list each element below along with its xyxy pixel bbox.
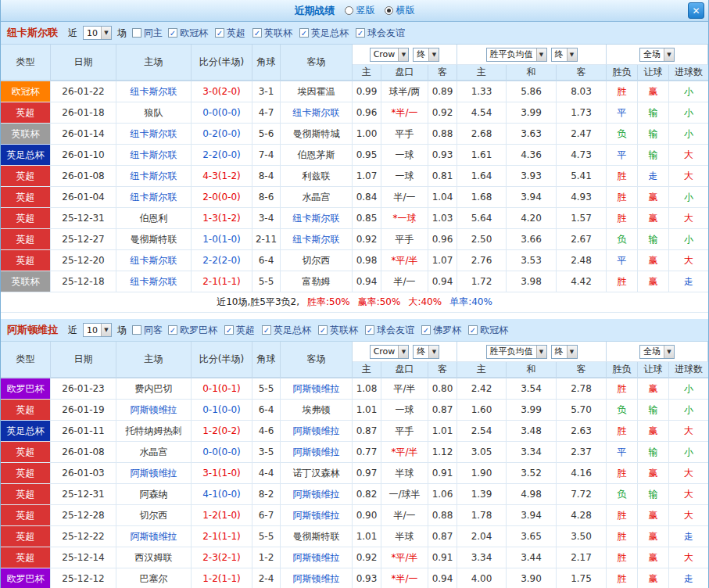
avg-select[interactable]: 胜平负均值 xyxy=(486,48,547,62)
away-team[interactable]: 纽卡斯尔联 xyxy=(281,102,353,124)
cup-checkbox[interactable]: 佛罗杯 xyxy=(421,324,461,337)
result-label: 负 xyxy=(607,124,638,145)
col-header-home: 主场 xyxy=(116,45,192,81)
home-team[interactable]: 水晶宫 xyxy=(116,442,192,463)
away-team[interactable]: 纽卡斯尔联 xyxy=(281,229,353,250)
match-date: 25-12-27 xyxy=(51,229,116,250)
away-team[interactable]: 曼彻斯特城 xyxy=(281,124,353,145)
away-team[interactable]: 富勒姆 xyxy=(281,271,353,292)
table-body-aston-villa: 欧罗巴杯 26-01-23 费内巴切 0-1(0-1) 5-5 阿斯顿维拉 1.… xyxy=(1,378,708,588)
table-row: 英超 25-12-28 切尔西 1-2(1-0) 6-7 阿斯顿维拉 0.90 … xyxy=(1,505,708,526)
close-button[interactable]: ✕ xyxy=(688,2,704,19)
goals-result-label: 大 xyxy=(669,421,708,442)
home-team[interactable]: 托特纳姆热刺 xyxy=(116,421,192,442)
away-team[interactable]: 诺丁汉森林 xyxy=(281,463,353,484)
home-team[interactable]: 费内巴切 xyxy=(116,378,192,400)
home-team[interactable]: 纽卡斯尔联 xyxy=(116,187,192,208)
away-team[interactable]: 伯恩茅斯 xyxy=(281,145,353,166)
home-team[interactable]: 阿斯顿维拉 xyxy=(116,400,192,421)
cup-checkbox[interactable]: 欧冠杯 xyxy=(168,27,208,40)
corner-score: 4-7 xyxy=(252,102,281,124)
scope-select[interactable]: 全场 xyxy=(639,345,675,359)
home-team[interactable]: 纽卡斯尔联 xyxy=(116,124,192,145)
home-team[interactable]: 阿斯顿维拉 xyxy=(116,526,192,547)
cup-filter-list: 欧罗巴杯 英超 英足总杯 英联杯 xyxy=(168,324,508,337)
home-team[interactable]: 纽卡斯尔联 xyxy=(116,271,192,292)
company-select[interactable]: Crow xyxy=(370,48,410,62)
result-label: 胜 xyxy=(607,378,638,400)
handicap-line: 一球 xyxy=(381,400,428,421)
handicap-line: 一/球半 xyxy=(381,484,428,505)
cup-checkbox[interactable]: 英联杯 xyxy=(252,27,292,40)
lose-odds: 2.17 xyxy=(557,547,607,568)
cup-checkbox[interactable]: 欧罗巴杯 xyxy=(168,324,217,337)
cup-checkbox[interactable]: 球会友谊 xyxy=(365,324,414,337)
home-team[interactable]: 阿斯顿维拉 xyxy=(116,463,192,484)
final-odds-select[interactable]: 终 xyxy=(413,48,439,62)
scope-select[interactable]: 全场 xyxy=(639,48,675,62)
home-team[interactable]: 纽卡斯尔联 xyxy=(116,145,192,166)
same-venue-checkbox[interactable]: 同主 xyxy=(132,27,163,40)
home-team[interactable]: 阿森纳 xyxy=(116,484,192,505)
handicap-home-odds: 0.99 xyxy=(353,81,381,102)
cup-checkbox[interactable]: 球会友谊 xyxy=(356,27,405,40)
same-venue-checkbox[interactable]: 同客 xyxy=(132,324,163,337)
home-team[interactable]: 纽卡斯尔联 xyxy=(116,166,192,187)
recent-results-panel: 近期战绩 竖版 横版 ✕ 纽卡斯尔联 近 10 场 同主 xyxy=(0,0,709,588)
cup-checkbox[interactable]: 欧冠杯 xyxy=(468,324,508,337)
match-count-select[interactable]: 10 xyxy=(83,26,112,40)
away-team[interactable]: 阿斯顿维拉 xyxy=(281,547,353,568)
away-team[interactable]: 阿斯顿维拉 xyxy=(281,484,353,505)
away-team[interactable]: 阿斯顿维拉 xyxy=(281,442,353,463)
match-score: 4-3(1-2) xyxy=(192,166,252,187)
match-score: 1-2(0-2) xyxy=(192,421,252,442)
avg-select[interactable]: 胜平负均值 xyxy=(486,345,547,359)
cup-checkbox[interactable]: 英联杯 xyxy=(318,324,358,337)
match-count-select[interactable]: 10 xyxy=(83,323,112,337)
table-row: 英超 26-01-19 阿斯顿维拉 0-1(0-0) 6-4 埃弗顿 1.01 … xyxy=(1,400,708,421)
away-team[interactable]: 埃弗顿 xyxy=(281,400,353,421)
draw-odds: 3.99 xyxy=(507,400,557,421)
lose-odds: 4.16 xyxy=(557,463,607,484)
layout-radio-vertical[interactable]: 竖版 xyxy=(345,4,375,17)
away-team[interactable]: 曼彻斯特联 xyxy=(281,526,353,547)
away-team[interactable]: 切尔西 xyxy=(281,250,353,271)
away-team[interactable]: 纽卡斯尔联 xyxy=(281,208,353,229)
cup-checkbox[interactable]: 英足总杯 xyxy=(262,324,311,337)
radio-selected-icon xyxy=(385,6,393,15)
away-team[interactable]: 利兹联 xyxy=(281,166,353,187)
handicap-line: 半/一 xyxy=(381,505,428,526)
away-team[interactable]: 阿斯顿维拉 xyxy=(281,378,353,400)
home-team[interactable]: 曼彻斯特联 xyxy=(116,229,192,250)
titlebar: 近期战绩 竖版 横版 ✕ xyxy=(1,0,708,22)
cup-label: 英超 xyxy=(236,324,255,337)
corner-score: 4-4 xyxy=(252,463,281,484)
final-odds-select[interactable]: 终 xyxy=(413,345,439,359)
final-odds-select-2[interactable]: 终 xyxy=(551,345,578,359)
home-team[interactable]: 纽卡斯尔联 xyxy=(116,250,192,271)
away-team[interactable]: 阿斯顿维拉 xyxy=(281,568,353,588)
type-badge: 欧罗巴杯 xyxy=(1,568,51,588)
lose-odds: 1.73 xyxy=(557,102,607,124)
goals-result-label: 大 xyxy=(669,166,708,187)
col-header-away: 客场 xyxy=(281,342,353,378)
cup-checkbox[interactable]: 英超 xyxy=(224,324,255,337)
cup-checkbox[interactable]: 英超 xyxy=(215,27,245,40)
win-odds: 1.60 xyxy=(457,400,507,421)
company-select[interactable]: Crow xyxy=(370,345,410,359)
away-team[interactable]: 阿斯顿维拉 xyxy=(281,421,353,442)
table-row: 英超 25-12-14 西汉姆联 2-3(2-1) 1-2 阿斯顿维拉 0.92… xyxy=(1,547,708,568)
home-team[interactable]: 伯恩利 xyxy=(116,208,192,229)
home-team[interactable]: 狼队 xyxy=(116,102,192,124)
home-team[interactable]: 西汉姆联 xyxy=(116,547,192,568)
away-team[interactable]: 埃因霍温 xyxy=(281,81,353,102)
away-team[interactable]: 阿斯顿维拉 xyxy=(281,505,353,526)
lose-odds: 2.67 xyxy=(557,229,607,250)
home-team[interactable]: 巴塞尔 xyxy=(116,568,192,588)
cup-checkbox[interactable]: 英足总杯 xyxy=(299,27,349,40)
away-team[interactable]: 水晶宫 xyxy=(281,187,353,208)
layout-radio-horizontal[interactable]: 横版 xyxy=(385,4,415,17)
home-team[interactable]: 纽卡斯尔联 xyxy=(116,81,192,102)
home-team[interactable]: 切尔西 xyxy=(116,505,192,526)
final-odds-select-2[interactable]: 终 xyxy=(551,48,578,62)
